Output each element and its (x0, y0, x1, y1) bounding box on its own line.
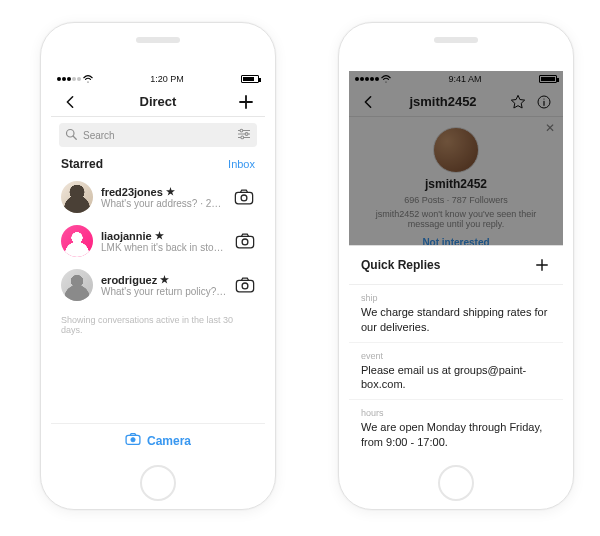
star-icon: ★ (155, 230, 164, 241)
svg-point-1 (240, 129, 243, 132)
username: liaojannie (101, 230, 152, 242)
svg-point-11 (131, 438, 135, 442)
phone-left: 1:20 PM Direct Search (40, 22, 276, 510)
battery-icon (539, 75, 557, 83)
phone-right: 9:41 AM jsmith2452 (338, 22, 574, 510)
back-icon[interactable] (61, 93, 79, 111)
home-button[interactable] (140, 465, 176, 501)
compose-icon[interactable] (237, 93, 255, 111)
quick-reply-message: We charge standard shipping rates for ou… (361, 305, 551, 334)
camera-label: Camera (147, 434, 191, 448)
quick-reply-item[interactable]: hours We are open Monday through Friday,… (349, 400, 563, 457)
camera-icon (125, 432, 141, 449)
search-placeholder: Search (83, 130, 115, 141)
signal-icon (355, 77, 379, 81)
footer-note: Showing conversations active in the last… (51, 307, 265, 343)
navbar: jsmith2452 (349, 87, 563, 117)
svg-rect-8 (236, 280, 253, 291)
star-icon[interactable] (509, 93, 527, 111)
info-icon[interactable] (535, 93, 553, 111)
thread-row[interactable]: erodriguez★ What's your return policy? ·… (51, 263, 265, 307)
svg-rect-6 (236, 236, 253, 247)
dimmed-background: 9:41 AM jsmith2452 (349, 71, 563, 262)
quick-reply-shortcut: event (361, 351, 551, 361)
screen-right: 9:41 AM jsmith2452 (349, 71, 563, 457)
profile-username: jsmith2452 (425, 177, 487, 191)
section-header: Starred Inbox (51, 153, 265, 175)
navbar: Direct (51, 87, 265, 117)
search-input[interactable]: Search (59, 123, 257, 147)
camera-button[interactable]: Camera (51, 423, 265, 457)
add-quick-reply-icon[interactable] (533, 256, 551, 274)
message-preview: LMK when it's back in stock! · 25m (101, 242, 227, 253)
thread-row[interactable]: fred23jones★ What's your address? · 25m (51, 175, 265, 219)
quick-reply-item[interactable]: event Please email us at groups@paint-bo… (349, 343, 563, 401)
svg-rect-4 (235, 192, 252, 203)
camera-icon[interactable] (233, 186, 255, 208)
username: fred23jones (101, 186, 163, 198)
quick-reply-item[interactable]: ship We charge standard shipping rates f… (349, 285, 563, 343)
svg-point-5 (241, 195, 247, 201)
profile-card: ✕ jsmith2452 696 Posts · 787 Followers j… (349, 117, 563, 262)
signal-icon (57, 77, 81, 81)
phone-speaker (136, 37, 180, 43)
thread-row[interactable]: liaojannie★ LMK when it's back in stock!… (51, 219, 265, 263)
inbox-link[interactable]: Inbox (228, 158, 255, 170)
quick-reply-shortcut: ship (361, 293, 551, 303)
avatar[interactable] (61, 269, 93, 301)
search-icon (65, 128, 77, 142)
quick-reply-message: We are open Monday through Friday, from … (361, 420, 551, 449)
avatar[interactable] (433, 127, 479, 173)
sheet-title: Quick Replies (361, 258, 440, 272)
wifi-icon (83, 75, 93, 83)
username: erodriguez (101, 274, 157, 286)
back-icon[interactable] (359, 93, 377, 111)
section-title: Starred (61, 157, 103, 171)
svg-point-3 (241, 136, 244, 139)
message-preview: What's your address? · 25m (101, 198, 225, 209)
quick-reply-shortcut: hours (361, 408, 551, 418)
wifi-icon (381, 75, 391, 83)
phone-speaker (434, 37, 478, 43)
star-icon: ★ (166, 186, 175, 197)
quick-reply-message: Please email us at groups@paint-box.com. (361, 363, 551, 392)
svg-point-7 (242, 239, 248, 245)
filter-icon[interactable] (237, 128, 251, 142)
battery-icon (241, 75, 259, 83)
status-bar: 9:41 AM (349, 71, 563, 87)
profile-stats: 696 Posts · 787 Followers (404, 195, 508, 205)
avatar[interactable] (61, 181, 93, 213)
camera-icon[interactable] (235, 274, 255, 296)
status-time: 9:41 AM (448, 74, 481, 84)
status-bar: 1:20 PM (51, 71, 265, 87)
profile-subtext: jsmith2452 won't know you've seen their … (371, 209, 541, 229)
camera-icon[interactable] (235, 230, 255, 252)
page-title: jsmith2452 (409, 94, 476, 109)
status-time: 1:20 PM (150, 74, 184, 84)
page-title: Direct (140, 94, 177, 109)
close-icon[interactable]: ✕ (545, 121, 555, 135)
home-button[interactable] (438, 465, 474, 501)
message-preview: What's your return policy? · 25m (101, 286, 227, 297)
quick-replies-sheet: Quick Replies ship We charge standard sh… (349, 245, 563, 457)
screen-left: 1:20 PM Direct Search (51, 71, 265, 457)
svg-point-9 (242, 283, 248, 289)
avatar[interactable] (61, 225, 93, 257)
svg-point-2 (245, 133, 248, 136)
star-icon: ★ (160, 274, 169, 285)
